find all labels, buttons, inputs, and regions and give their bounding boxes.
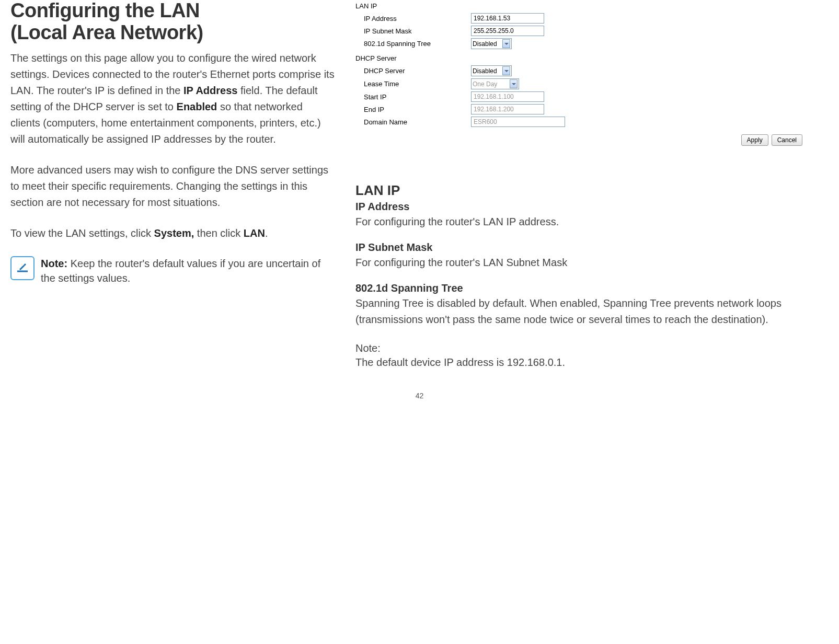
para1-bold-enabled: Enabled	[177, 101, 217, 112]
intro-paragraph-1: The settings on this page allow you to c…	[10, 50, 335, 147]
note-label: Note:	[355, 342, 829, 354]
note-block: Note: Keep the router's default values i…	[10, 256, 335, 285]
cancel-button[interactable]: Cancel	[772, 134, 802, 146]
intro-paragraph-3: To view the LAN settings, click System, …	[10, 225, 335, 242]
dhcp-server-select[interactable]: Disabled	[471, 65, 512, 76]
spanning-tree-label: 802.1d Spanning Tree	[364, 40, 471, 48]
para3-text-a: To view the LAN settings, click	[10, 227, 154, 239]
page-number: 42	[10, 392, 829, 400]
ip-address-heading: IP Address	[355, 201, 829, 213]
start-ip-label: Start IP	[364, 93, 471, 101]
dhcp-server-label: DHCP Server	[364, 67, 471, 75]
spanning-tree-value: Disabled	[473, 40, 497, 48]
domain-name-input[interactable]	[471, 117, 565, 127]
note-icon	[10, 256, 35, 280]
lease-time-select[interactable]: One Day	[471, 78, 519, 89]
end-ip-input[interactable]	[471, 104, 544, 114]
title-line-2: (Local Area Network)	[10, 21, 203, 43]
intro-paragraph-2: More advanced users may wish to configur…	[10, 162, 335, 211]
start-ip-input[interactable]	[471, 91, 544, 102]
ip-subnet-mask-description: For configuring the router's LAN Subnet …	[355, 255, 829, 271]
end-ip-label: End IP	[364, 106, 471, 113]
ip-subnet-mask-input[interactable]	[471, 26, 544, 36]
note-body-text: Keep the router's default values if you …	[41, 258, 320, 284]
chevron-down-icon	[502, 66, 510, 75]
para3-bold-lan: LAN	[244, 227, 265, 239]
spanning-tree-heading: 802.1d Spanning Tree	[355, 282, 829, 294]
lease-time-label: Lease Time	[364, 80, 471, 88]
para3-text-e: .	[265, 227, 268, 239]
spanning-tree-description: Spanning Tree is disabled by default. Wh…	[355, 295, 829, 328]
chevron-down-icon	[510, 79, 518, 88]
ip-subnet-mask-heading: IP Subnet Mask	[355, 242, 829, 254]
config-panel: LAN IP IP Address IP Subnet Mask 802.1d …	[355, 2, 829, 146]
note-bold-label: Note:	[41, 258, 67, 269]
para3-text-c: then click	[194, 227, 243, 239]
title-line-1: Configuring the LAN	[10, 0, 200, 21]
chevron-down-icon	[502, 39, 510, 48]
ip-address-label: IP Address	[364, 15, 471, 22]
domain-name-label: Domain Name	[364, 118, 471, 126]
spanning-tree-select[interactable]: Disabled	[471, 38, 512, 49]
dhcp-server-section-label: DHCP Server	[355, 54, 829, 62]
para3-bold-system: System,	[154, 227, 194, 239]
apply-button[interactable]: Apply	[741, 134, 768, 146]
note-text: Note: Keep the router's default values i…	[41, 256, 335, 285]
ip-address-description: For configuring the router's LAN IP addr…	[355, 214, 829, 230]
dhcp-server-value: Disabled	[473, 67, 497, 75]
ip-subnet-mask-label: IP Subnet Mask	[364, 27, 471, 35]
default-ip-note: The default device IP address is 192.168…	[355, 354, 829, 371]
lease-time-value: One Day	[473, 80, 497, 88]
page-title: Configuring the LAN (Local Area Network)	[10, 0, 335, 44]
lan-ip-section-label: LAN IP	[355, 2, 829, 10]
para1-bold-ip-address: IP Address	[183, 85, 237, 96]
ip-address-input[interactable]	[471, 13, 544, 24]
lan-ip-heading: LAN IP	[355, 182, 829, 199]
